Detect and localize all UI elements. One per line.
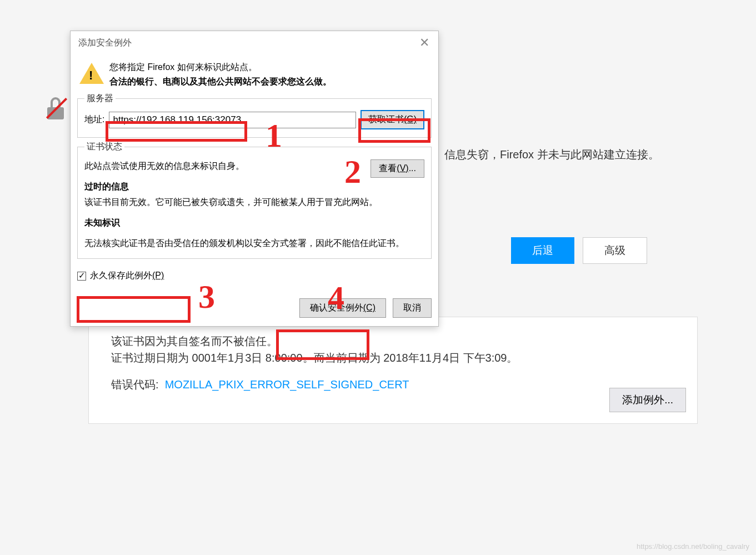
- watermark-text: https://blog.csdn.net/boling_cavalry: [637, 542, 749, 551]
- address-label: 地址:: [84, 114, 104, 126]
- outdated-info-desc: 该证书目前无效。它可能已被失窃或遗失，并可能被某人用于冒充此网站。: [84, 194, 424, 209]
- error-details-panel: 该证书因为其自签名而不被信任。 证书过期日期为 0001年1月3日 8:00:0…: [88, 317, 698, 424]
- dialog-titlebar[interactable]: 添加安全例外 ✕: [71, 31, 438, 54]
- warning-text-fragment: 信息失窃，Firefox 并未与此网站建立连接。: [444, 147, 659, 162]
- close-icon[interactable]: ✕: [416, 36, 433, 50]
- cancel-button[interactable]: 取消: [393, 298, 432, 318]
- warning-icon: [79, 63, 103, 86]
- status-intro-text: 此站点尝试使用无效的信息来标识自身。: [84, 158, 244, 173]
- outdated-info-heading: 过时的信息: [84, 179, 244, 194]
- server-legend: 服务器: [84, 93, 116, 104]
- advanced-button[interactable]: 高级: [583, 237, 647, 264]
- server-fieldset: 服务器 地址: 获取证书(G): [77, 93, 432, 138]
- error-code-line: 错误代码: MOZILLA_PKIX_ERROR_SELF_SIGNED_CER…: [111, 376, 675, 393]
- permanent-checkbox[interactable]: [77, 272, 86, 281]
- insecure-lock-icon: [47, 97, 67, 119]
- intro-line-2: 合法的银行、电商以及其他公共网站不会要求您这么做。: [109, 74, 432, 89]
- permanent-store-row[interactable]: 永久保存此例外(P): [77, 270, 432, 282]
- confirm-exception-button[interactable]: 确认安全例外(C): [299, 298, 386, 318]
- add-exception-button[interactable]: 添加例外...: [609, 388, 686, 412]
- intro-line-1: 您将指定 Firefox 如何来标识此站点。: [109, 60, 432, 74]
- unknown-identity-heading: 未知标识: [84, 215, 424, 230]
- cert-self-signed-text: 该证书因为其自签名而不被信任。: [111, 333, 675, 349]
- cert-expired-text: 证书过期日期为 0001年1月3日 8:00:00。而当前日期为 2018年11…: [111, 349, 675, 366]
- go-back-button[interactable]: 后退: [511, 237, 574, 264]
- get-certificate-button[interactable]: 获取证书(G): [361, 110, 424, 129]
- cert-status-legend: 证书状态: [84, 141, 124, 153]
- error-code-link[interactable]: MOZILLA_PKIX_ERROR_SELF_SIGNED_CERT: [165, 378, 409, 391]
- address-input[interactable]: [109, 112, 356, 128]
- cert-status-fieldset: 证书状态 此站点尝试使用无效的信息来标识自身。 过时的信息 查看(V)... 该…: [77, 141, 432, 259]
- permanent-label: 永久保存此例外(P): [90, 270, 164, 282]
- view-certificate-button[interactable]: 查看(V)...: [371, 159, 424, 178]
- add-security-exception-dialog: 添加安全例外 ✕ 您将指定 Firefox 如何来标识此站点。 合法的银行、电商…: [70, 31, 439, 327]
- dialog-title: 添加安全例外: [78, 37, 132, 49]
- unknown-identity-desc: 无法核实此证书是否由受信任的颁发机构以安全方式签署，因此不能信任此证书。: [84, 236, 424, 251]
